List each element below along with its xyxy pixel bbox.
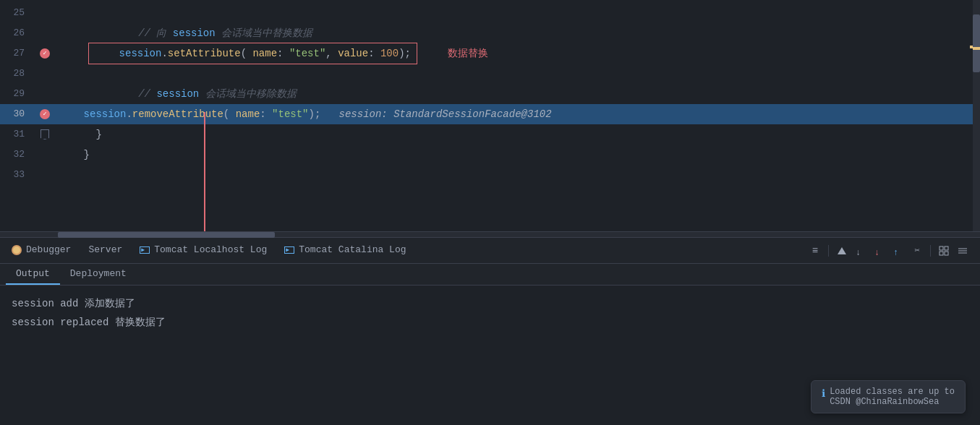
tab-debugger-label: Debugger [26, 244, 71, 255]
breakpoint-30[interactable] [40, 109, 50, 119]
toolbar-divider-2 [930, 245, 931, 257]
output-text-2: session replaced 替换数据了 [12, 317, 166, 328]
code-line-28: 28 [0, 64, 980, 84]
line-content-26: // 向 session 会话域当中替换数据 [54, 23, 980, 43]
code-line-25: 25 [0, 3, 980, 23]
code-line-26: 26 // 向 session 会话域当中替换数据 [0, 23, 980, 43]
tab-catalina-label: Tomcat Catalina Log [299, 244, 406, 255]
h-scrollbar-thumb[interactable] [58, 232, 275, 238]
toolbar-btn-grid[interactable] [935, 242, 953, 259]
code-line-32: 32 } [0, 145, 980, 165]
panel-toolbar: ≡ ↓ ↓ ↑ ✂ [806, 242, 977, 259]
svg-rect-5 [945, 246, 948, 250]
toolbar-divider-1 [828, 245, 829, 257]
svg-text:↓: ↓ [856, 248, 861, 256]
scrollbar-mark [973, 47, 980, 50]
svg-rect-7 [945, 252, 948, 255]
line-content-31: } [54, 124, 980, 145]
line-number-33: 33 [0, 165, 36, 185]
line-number-25: 25 [0, 3, 36, 23]
line-content-30: session.removeAttribute( name: "test"); … [54, 104, 980, 124]
line-content-27: session.setAttribute( name: "test", valu… [54, 43, 980, 64]
svg-text:↓: ↓ [874, 248, 879, 256]
line-number-26: 26 [0, 23, 36, 43]
line-number-27: 27 [0, 43, 36, 64]
sub-tab-deployment[interactable]: Deployment [60, 264, 137, 285]
output-line-1: session add 添加数据了 [12, 294, 968, 313]
code-line-29: 29 // session 会话域当中移除数据 [0, 84, 980, 104]
notification-content: Loaded classes are up to CSDN @ChinaRain… [830, 387, 955, 407]
code-line-33: 33 [0, 165, 980, 185]
editor-scrollbar[interactable] [973, 0, 980, 231]
code-line-30: 30 session.removeAttribute( name: "test"… [0, 104, 980, 124]
notification-bubble: ℹ Loaded classes are up to CSDN @ChinaRa… [811, 380, 966, 413]
tab-icon-catalina [284, 246, 294, 254]
sub-tab-output[interactable]: Output [6, 264, 60, 285]
tab-server-label: Server [88, 244, 122, 255]
svg-marker-0 [838, 247, 846, 254]
toolbar-btn-down-load[interactable]: ↓ [852, 242, 869, 259]
line-number-30: 30 [0, 104, 36, 124]
output-text-1: session add 添加数据了 [12, 298, 135, 309]
toolbar-btn-down-red[interactable]: ↓ [871, 242, 888, 259]
code-line-31: 31 } [0, 124, 980, 145]
notification-subtext: CSDN @ChinaRainbowSea [830, 397, 955, 407]
svg-rect-6 [939, 252, 943, 255]
toolbar-btn-lines[interactable] [954, 242, 971, 259]
tab-debugger[interactable]: Debugger [3, 238, 80, 263]
code-editor: 25 26 // 向 session 会话域当中替换数据 27 [0, 0, 980, 231]
code-line-27: 27 session.setAttribute( name: "test", v… [0, 43, 980, 64]
sub-tab-deployment-label: Deployment [70, 268, 127, 279]
code-lines: 25 26 // 向 session 会话域当中替换数据 27 [0, 0, 980, 185]
horizontal-scrollbar[interactable] [0, 231, 980, 237]
toolbar-btn-scissors[interactable]: ✂ [908, 242, 926, 259]
toolbar-btn-menu[interactable]: ≡ [806, 242, 824, 259]
svg-text:↑: ↑ [893, 248, 898, 256]
debugger-icon [12, 245, 22, 255]
output-line-2: session replaced 替换数据了 [12, 313, 968, 332]
tab-icon-localhost [140, 246, 150, 254]
breakpoint-27[interactable] [40, 48, 50, 59]
toolbar-btn-up[interactable] [833, 242, 851, 259]
line-content-29: // session 会话域当中移除数据 [54, 84, 980, 104]
sub-tab-output-label: Output [16, 268, 50, 279]
line-gutter-30 [36, 109, 54, 119]
line-content-32: } [54, 145, 980, 165]
notification-text: Loaded classes are up to [830, 387, 955, 397]
line-gutter-27 [36, 48, 54, 59]
tab-tomcat-localhost[interactable]: Tomcat Localhost Log [131, 238, 276, 263]
panel-tabs: Debugger Server Tomcat Localhost Log Tom… [0, 238, 980, 264]
tab-localhost-label: Tomcat Localhost Log [154, 244, 267, 255]
svg-rect-4 [939, 246, 943, 250]
sub-tabs: Output Deployment [0, 264, 980, 286]
line-number-31: 31 [0, 124, 36, 145]
tab-tomcat-catalina[interactable]: Tomcat Catalina Log [276, 238, 414, 263]
line-number-32: 32 [0, 145, 36, 165]
line-number-29: 29 [0, 84, 36, 104]
line-gutter-31 [36, 129, 54, 139]
notification-icon: ℹ [822, 387, 825, 400]
bookmark-31 [41, 129, 49, 139]
tab-server[interactable]: Server [80, 238, 131, 263]
scrollbar-thumb[interactable] [973, 14, 980, 72]
toolbar-btn-up-blue[interactable]: ↑ [890, 242, 907, 259]
line-number-28: 28 [0, 64, 36, 84]
